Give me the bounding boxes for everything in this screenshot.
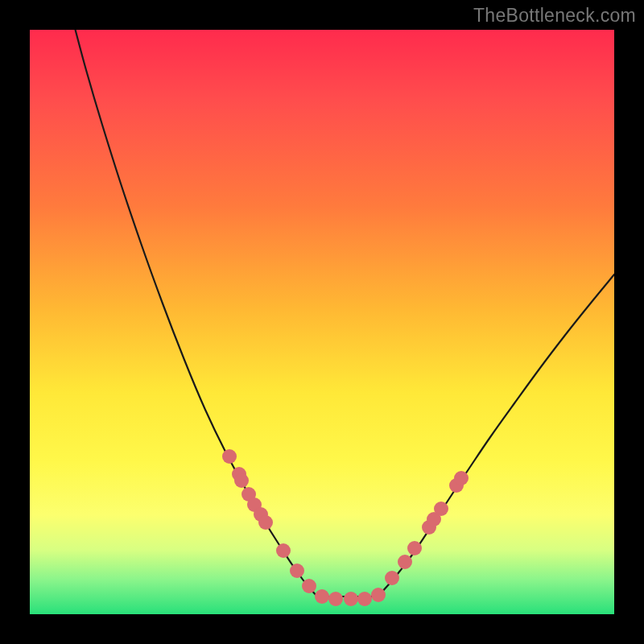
data-dot [371,588,386,602]
data-dot [328,592,343,606]
data-dot [398,555,412,569]
data-dot [357,592,372,606]
data-dot [434,502,448,516]
curve-left-curve [74,30,317,597]
data-dot [302,579,316,593]
dots-group [222,449,469,606]
data-dot [344,592,358,606]
curve-group [74,30,614,597]
data-dot [234,473,249,488]
plot-area [30,30,614,614]
watermark-text: TheBottleneck.com [473,5,636,27]
data-dot [407,541,422,555]
data-dot [315,589,329,604]
chart-svg [30,30,614,614]
data-dot [222,449,237,464]
data-dot [454,471,469,485]
data-dot [258,515,273,530]
data-dot [276,543,291,558]
outer-frame: TheBottleneck.com [0,0,644,644]
data-dot [385,571,399,585]
data-dot [290,564,304,578]
